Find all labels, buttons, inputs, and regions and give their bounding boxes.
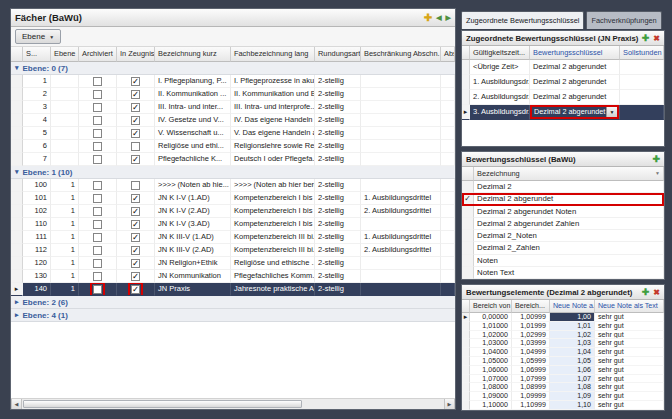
checkbox-checked-icon[interactable] <box>131 246 140 255</box>
subject-row[interactable]: 4IV. Gesetze und V...IV. Das eigene Hand… <box>11 114 455 127</box>
cell-archiviert[interactable] <box>79 140 117 153</box>
cell-archiviert[interactable] <box>79 283 117 296</box>
subject-row[interactable]: 1011JN K I-V (1.AD)Kompetenzbereich I bi… <box>11 192 455 205</box>
prev-record-icon[interactable]: ◀ <box>436 13 441 22</box>
column-header[interactable]: Ebene <box>51 47 79 62</box>
checkbox-icon[interactable] <box>93 142 102 151</box>
cell-archiviert[interactable] <box>79 205 117 218</box>
element-row[interactable]: 1,070001,079991,07sehr gut <box>462 375 664 384</box>
cell-in-zeugnis[interactable] <box>117 244 155 257</box>
key-row[interactable]: Dezimal 2 abgerundet Noten <box>462 206 664 218</box>
cell-schluessel[interactable]: Dezimal 2 abgerundet▼ <box>530 105 620 120</box>
cell-in-zeugnis[interactable] <box>117 179 155 192</box>
column-header[interactable]: Bezeichnung▼ <box>474 167 664 181</box>
cell-in-zeugnis[interactable] <box>117 153 155 166</box>
cell-in-zeugnis[interactable] <box>117 75 155 88</box>
group-row[interactable]: ▸Ebene: 2 (6) <box>11 296 455 309</box>
column-header[interactable]: Neue Note als Text <box>595 300 664 313</box>
checkbox-checked-icon[interactable] <box>131 220 140 229</box>
checkbox-icon[interactable] <box>131 181 140 190</box>
checkbox-checked-icon[interactable] <box>131 103 140 112</box>
column-header[interactable]: Gültigkeitszeit... <box>470 46 530 60</box>
subject-row[interactable]: 1111JN K III-V (1.AD)Kompetenzbereich II… <box>11 231 455 244</box>
scrollbar-thumb[interactable] <box>23 400 302 408</box>
column-header[interactable]: In Zeugnis <box>117 47 155 62</box>
key-row[interactable]: ✓Dezimal 2 abgerundet <box>462 193 664 205</box>
column-header[interactable]: S... <box>23 47 51 62</box>
subject-row[interactable]: 2II. Kommunikation ...II. Kommunikation … <box>11 88 455 101</box>
subject-row[interactable]: 5V. Wissenschaft u...V. Das eigene Hande… <box>11 127 455 140</box>
element-row[interactable]: 1,010001,019991,01sehr gut <box>462 322 664 331</box>
checkbox-icon[interactable] <box>93 246 102 255</box>
key-row[interactable]: Noten <box>462 255 664 267</box>
column-header[interactable]: Bewertungsschlüssel <box>530 46 620 60</box>
checkbox-icon[interactable] <box>93 207 102 216</box>
cell-in-zeugnis[interactable] <box>117 192 155 205</box>
subject-row[interactable]: 7Pflegefachliche K...Deutsch I oder Pfle… <box>11 153 455 166</box>
cell-archiviert[interactable] <box>79 257 117 270</box>
schluessel-combobox[interactable]: Dezimal 2 abgerundet▼ <box>530 105 619 119</box>
column-header[interactable]: Bereich... <box>512 300 550 313</box>
cell-in-zeugnis[interactable] <box>117 127 155 140</box>
subject-row[interactable]: 1301JN KommunikationPflegefachliches Kom… <box>11 270 455 283</box>
subject-row[interactable]: 1021JN K I-V (2.AD)Kompetenzbereich I bi… <box>11 205 455 218</box>
cell-in-zeugnis[interactable] <box>117 205 155 218</box>
checkbox-icon[interactable] <box>93 155 102 164</box>
cell-archiviert[interactable] <box>79 192 117 205</box>
subject-row[interactable]: 1121JN K III-V (2.AD)Kompetenzbereich II… <box>11 244 455 257</box>
checkbox-icon[interactable] <box>93 77 102 86</box>
element-row[interactable]: 1,080001,089991,08sehr gut <box>462 383 664 392</box>
subject-row[interactable]: 3III. Intra- und inter...III. Intra- und… <box>11 101 455 114</box>
cell-in-zeugnis[interactable] <box>117 101 155 114</box>
delete-element-icon[interactable]: ✖ <box>653 288 660 297</box>
element-row[interactable]: 1,030001,039991,03sehr gut <box>462 339 664 348</box>
tab-zugeordnete-bewertungsschluessel[interactable]: Zugeordnete Bewertungsschlüssel <box>461 11 584 29</box>
subject-row[interactable]: 6Religiöse und ethi...Religionslehre sow… <box>11 140 455 153</box>
element-row[interactable]: 1,060001,069991,06sehr gut <box>462 366 664 375</box>
cell-in-zeugnis[interactable] <box>117 231 155 244</box>
cell-in-zeugnis[interactable] <box>117 114 155 127</box>
cell-in-zeugnis[interactable] <box>117 283 155 296</box>
cell-archiviert[interactable] <box>79 179 117 192</box>
key-row[interactable]: Dezimal 2_Noten <box>462 230 664 242</box>
assignment-row[interactable]: ▸3. Ausbildungsdr...Dezimal 2 abgerundet… <box>462 105 664 120</box>
assignment-row[interactable]: 1. Ausbildungsdr...Dezimal 2 abgerundet <box>462 75 664 90</box>
checkbox-checked-icon[interactable] <box>131 129 140 138</box>
key-row[interactable]: Dezimal 2 <box>462 181 664 193</box>
subject-row[interactable]: ▸1401JN PraxisJahresnote praktische A...… <box>11 283 455 296</box>
checkbox-icon[interactable] <box>93 285 102 294</box>
column-header[interactable]: Fachbezeichnung lang <box>231 47 315 62</box>
assignment-row[interactable]: 2. Ausbildungsdr...Dezimal 2 abgerundet <box>462 90 664 105</box>
checkbox-icon[interactable] <box>93 103 102 112</box>
next-record-icon[interactable]: ▶ <box>446 13 451 22</box>
element-row[interactable]: 1,100001,109991,10sehr gut <box>462 401 664 410</box>
element-row[interactable]: 1,090001,099991,09sehr gut <box>462 392 664 401</box>
group-row[interactable]: ▾Ebene: 1 (10) <box>11 166 455 179</box>
subject-row[interactable]: 1001>>>> (Noten ab hie...>>>> (Noten ab … <box>11 179 455 192</box>
checkbox-checked-icon[interactable] <box>131 194 140 203</box>
key-row[interactable]: Dezimal 2 abgerundet Zahlen <box>462 218 664 230</box>
checkbox-icon[interactable] <box>131 142 140 151</box>
tab-fachverknuepfungen[interactable]: Fachverknüpfungen <box>586 11 661 29</box>
element-row[interactable]: 1,050001,059991,05sehr gut <box>462 357 664 366</box>
checkbox-icon[interactable] <box>93 233 102 242</box>
key-row[interactable]: Dezimal 2_Zahlen <box>462 242 664 254</box>
group-by-ebene-chip[interactable]: Ebene ▼ <box>15 29 61 44</box>
checkbox-checked-icon[interactable] <box>131 155 140 164</box>
column-header[interactable]: Bezeichnung kurz <box>155 47 231 62</box>
column-header[interactable]: Beschränkung Abschn. <box>361 47 441 62</box>
element-row[interactable]: ▸0,000001,009991,00sehr gut <box>462 313 664 322</box>
cell-archiviert[interactable] <box>79 270 117 283</box>
subject-row[interactable]: 1I. Pflegeplanung, P...I. Pflegeprozesse… <box>11 75 455 88</box>
group-row[interactable]: ▾Ebene: 0 (7) <box>11 62 455 75</box>
element-row[interactable]: 1,040001,049991,04sehr gut <box>462 348 664 357</box>
column-header[interactable]: Abs... <box>441 47 455 62</box>
combobox-arrow-icon[interactable]: ▼ <box>606 107 617 117</box>
checkbox-icon[interactable] <box>93 129 102 138</box>
cell-in-zeugnis[interactable] <box>117 257 155 270</box>
checkbox-icon[interactable] <box>93 259 102 268</box>
checkbox-checked-icon[interactable] <box>131 233 140 242</box>
scroll-right-icon[interactable]: ▶ <box>444 399 455 409</box>
key-row[interactable]: Noten Text <box>462 267 664 279</box>
cell-in-zeugnis[interactable] <box>117 218 155 231</box>
